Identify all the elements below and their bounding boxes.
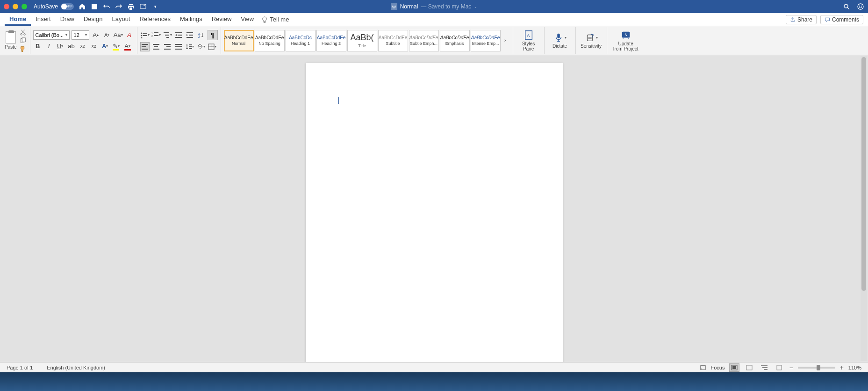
home-icon[interactable] (79, 3, 86, 10)
svg-rect-10 (22, 37, 25, 42)
web-layout-view[interactable] (744, 363, 754, 372)
bold-button[interactable]: B (33, 42, 43, 51)
style-no-spacing[interactable]: AaBbCcDdEeNo Spacing (255, 30, 285, 51)
borders-button[interactable]: ▾ (208, 42, 217, 51)
underline-button[interactable]: U ▾ (56, 42, 65, 51)
tab-home[interactable]: Home (5, 13, 31, 26)
redo-icon[interactable] (115, 3, 122, 10)
svg-point-4 (858, 4, 863, 9)
svg-rect-44 (189, 46, 192, 47)
document-title[interactable]: W Normal — Saved to my Mac ⌄ (391, 3, 478, 10)
focus-mode[interactable]: Focus (711, 365, 725, 370)
maximize-window[interactable] (22, 4, 27, 9)
update-from-project-button[interactable]: Update from Project (610, 30, 642, 51)
tab-design[interactable]: Design (79, 13, 107, 26)
font-name-select[interactable]: Calibri (Bo...▾ (33, 30, 70, 40)
share-button[interactable]: Share (786, 15, 817, 24)
draft-view[interactable] (774, 363, 784, 372)
cut-button[interactable] (19, 29, 27, 36)
text-cursor (338, 97, 339, 104)
styles-pane-button[interactable]: A Styles Pane (516, 30, 541, 51)
language[interactable]: English (United Kingdom) (47, 365, 105, 370)
search-icon[interactable] (843, 3, 850, 10)
bullets-button[interactable]: ▾ (140, 30, 150, 40)
close-window[interactable] (4, 4, 9, 9)
dictate-button[interactable]: ▾ Dictate (547, 32, 573, 49)
shading-button[interactable]: ▾ (196, 42, 206, 51)
zoom-thumb[interactable] (817, 365, 820, 370)
svg-rect-12 (143, 33, 147, 34)
sensitivity-button[interactable]: ▾ Sensitivity (579, 32, 604, 49)
tab-draw[interactable]: Draw (56, 13, 79, 26)
style-heading-2[interactable]: AaBbCcDdEeHeading 2 (316, 30, 346, 51)
strikethrough-button[interactable]: ab (67, 42, 76, 51)
paste-button[interactable]: Paste (5, 31, 17, 50)
comment-icon (825, 17, 830, 22)
comments-button[interactable]: Comments (820, 15, 863, 24)
zoom-level[interactable]: 110% (848, 365, 861, 370)
quick-edit-icon[interactable] (139, 3, 147, 10)
tell-me[interactable]: Tell me (261, 16, 289, 23)
autosave-switch[interactable]: OFF (61, 3, 74, 10)
page[interactable] (306, 63, 563, 362)
document-canvas[interactable] (0, 55, 868, 362)
highlight-button[interactable]: ✎ ▾ (112, 42, 121, 51)
tab-view[interactable]: View (236, 13, 258, 26)
font-size-select[interactable]: 12▾ (72, 30, 89, 40)
style-normal[interactable]: AaBbCcDdEeNormal (224, 30, 254, 51)
scrollbar-thumb[interactable] (861, 57, 866, 291)
group-styles-pane: A Styles Pane (513, 27, 545, 54)
decrease-indent-button[interactable] (174, 30, 183, 40)
tab-layout[interactable]: Layout (107, 13, 135, 26)
sort-button[interactable]: AZ (196, 30, 206, 40)
show-marks-button[interactable]: ¶ (208, 30, 218, 40)
undo-icon[interactable] (103, 3, 110, 10)
zoom-slider[interactable] (798, 367, 835, 369)
text-effects-button[interactable]: A ▾ (100, 42, 110, 51)
clear-formatting-button[interactable]: A (125, 30, 134, 40)
tab-references[interactable]: References (135, 13, 175, 26)
style-title[interactable]: AaBb(Title (347, 30, 377, 51)
font-grow-button[interactable]: A▴ (91, 30, 100, 40)
style-subtle-emph-[interactable]: AaBbCcDdEeSubtle Emph... (409, 30, 439, 51)
save-icon[interactable] (91, 3, 98, 10)
increase-indent-button[interactable] (185, 30, 194, 40)
change-case-button[interactable]: Aa ▾ (114, 30, 123, 40)
format-painter-button[interactable] (19, 45, 27, 53)
tab-mailings[interactable]: Mailings (175, 13, 207, 26)
italic-button[interactable]: I (44, 42, 54, 51)
zoom-out[interactable]: − (789, 364, 793, 371)
style-intense-emp-[interactable]: AaBbCcDdEeIntense Emp... (471, 30, 501, 51)
tab-insert[interactable]: Insert (31, 13, 56, 26)
line-spacing-button[interactable]: ▾ (185, 42, 194, 51)
print-layout-view[interactable] (729, 363, 739, 372)
print-icon[interactable] (127, 3, 135, 10)
doc-dropdown-icon[interactable]: ⌄ (474, 5, 477, 9)
feedback-icon[interactable] (857, 3, 864, 10)
numbering-button[interactable]: 12▾ (151, 30, 161, 40)
qat-more-icon[interactable]: ▾ (151, 3, 159, 10)
group-paragraph: ▾ 12▾ ▾ AZ ¶ ▾ ▾ ▾ (137, 27, 221, 54)
zoom-in[interactable]: + (840, 364, 844, 371)
style-subtitle[interactable]: AaBbCcDdEeSubtitle (378, 30, 408, 51)
style-heading-1[interactable]: AaBbCcDcHeading 1 (286, 30, 316, 51)
minimize-window[interactable] (13, 4, 18, 9)
styles-more-icon[interactable]: › (501, 36, 510, 45)
align-right-button[interactable] (163, 42, 172, 51)
font-color-button[interactable]: A ▾ (123, 42, 132, 51)
page-count[interactable]: Page 1 of 1 (7, 365, 33, 370)
font-shrink-button[interactable]: A▾ (102, 30, 112, 40)
outline-view[interactable] (759, 363, 769, 372)
superscript-button[interactable]: x2 (89, 42, 99, 51)
copy-button[interactable] (19, 37, 27, 44)
macros-icon[interactable] (700, 364, 706, 371)
align-left-button[interactable] (140, 42, 150, 51)
subscript-button[interactable]: x2 (78, 42, 87, 51)
justify-button[interactable] (174, 42, 183, 51)
autosave-toggle[interactable]: AutoSave OFF (34, 3, 74, 10)
style-emphasis[interactable]: AaBbCcDdEeEmphasis (440, 30, 470, 51)
tab-review[interactable]: Review (207, 13, 237, 26)
vertical-scrollbar[interactable] (861, 56, 867, 361)
align-center-button[interactable] (151, 42, 161, 51)
multilevel-list-button[interactable]: ▾ (163, 30, 172, 40)
